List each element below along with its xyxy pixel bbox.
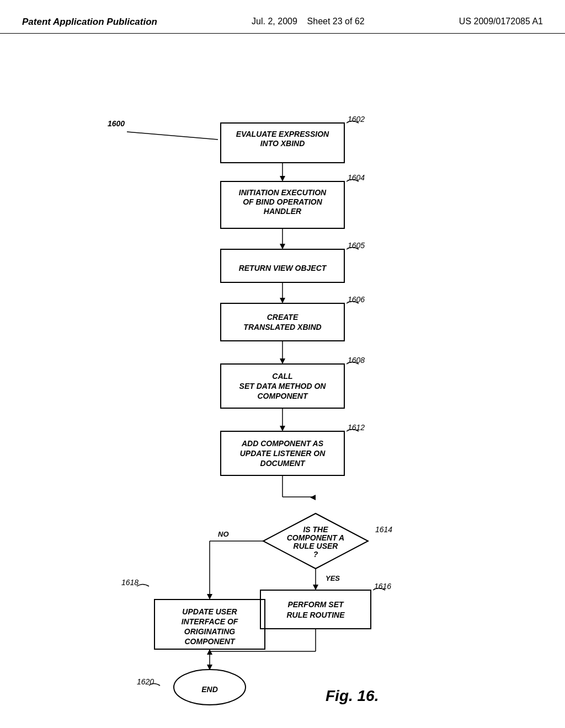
svg-text:OF BIND OPERATION: OF BIND OPERATION <box>243 197 323 206</box>
page-header: Patent Application Publication Jul. 2, 2… <box>0 0 565 34</box>
publication-number: US 2009/0172085 A1 <box>459 17 543 26</box>
yes-label: YES <box>326 574 340 582</box>
no-label: NO <box>218 530 229 538</box>
svg-line-0 <box>127 132 218 140</box>
publication-title: Patent Application Publication <box>22 17 157 28</box>
label-1612-1: ADD COMPONENT AS <box>241 439 324 448</box>
publication-date-sheet: Jul. 2, 2009 Sheet 23 of 62 <box>252 17 365 26</box>
svg-marker-3 <box>280 176 285 181</box>
svg-marker-13 <box>280 426 285 431</box>
label-1602: EVALUATE EXPRESSION <box>236 130 329 138</box>
label-1612-2: UPDATE LISTENER ON <box>240 449 326 458</box>
svg-marker-9 <box>280 298 285 303</box>
label-1618-1: UPDATE USER <box>182 607 237 616</box>
box-1616 <box>260 590 371 629</box>
label-1618-4: COMPONENT <box>185 637 236 646</box>
svg-marker-7 <box>280 244 285 249</box>
label-1614-1: IS THE <box>303 525 328 534</box>
publication-date: Jul. 2, 2009 <box>252 17 297 26</box>
label-1616-1: PERFORM SET <box>287 600 344 609</box>
label-1616-2: RULE ROUTINE <box>287 611 345 619</box>
figure-label: Fig. 16. <box>326 687 379 704</box>
svg-text:HANDLER: HANDLER <box>264 207 302 216</box>
svg-marker-21 <box>207 594 212 599</box>
ref-1600: 1600 <box>108 119 125 128</box>
label-1608-1: CALL <box>272 372 292 381</box>
svg-marker-11 <box>280 358 285 364</box>
label-1608-3: COMPONENT <box>258 392 308 400</box>
sheet-number: Sheet 23 of 62 <box>307 17 365 26</box>
svg-marker-16 <box>310 495 316 500</box>
label-1606-1: CREATE <box>267 313 299 322</box>
label-1608-2: SET DATA METHOD ON <box>239 382 327 390</box>
label-1614-2: COMPONENT A <box>287 533 344 542</box>
label-1606-2: TRANSLATED XBIND <box>243 323 321 331</box>
ref-num-1618: 1618 <box>121 578 138 587</box>
label-1604: INITIATION EXECUTION <box>239 188 327 197</box>
label-1620: END <box>201 685 218 694</box>
ref-num-1620: 1620 <box>137 677 154 686</box>
svg-text:INTO XBIND: INTO XBIND <box>260 139 305 148</box>
label-1612-3: DOCUMENT <box>260 459 306 468</box>
label-1614-4: ? <box>313 550 318 559</box>
label-1614-3: RULE USER <box>294 542 339 550</box>
label-1605: RETURN VIEW OBJECT <box>239 264 327 272</box>
label-1618-2: INTERFACE OF <box>182 617 238 626</box>
label-1618-3: ORIGINATING <box>184 627 235 636</box>
svg-marker-18 <box>313 585 318 590</box>
ref-num-1614: 1614 <box>375 525 392 534</box>
diagram-area: 1600 EVALUATE EXPRESSION INTO XBIND 1602… <box>0 34 565 718</box>
